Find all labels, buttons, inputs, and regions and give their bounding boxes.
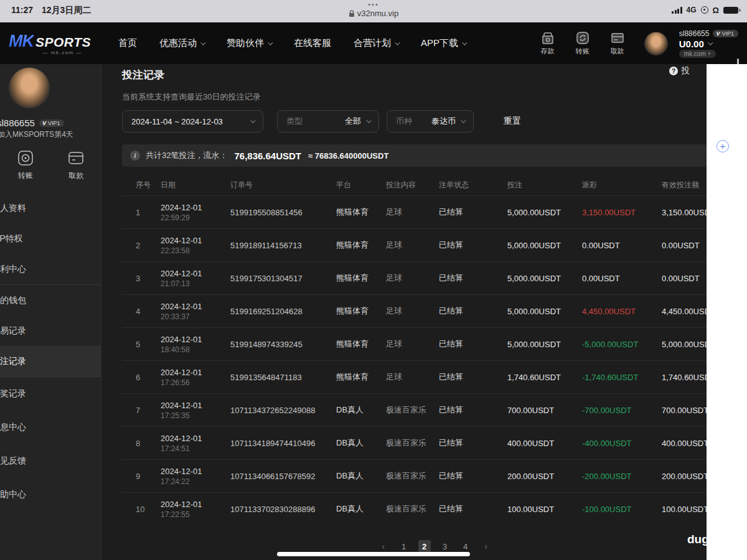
date-range-select[interactable]: 2024-11-04 ~ 2024-12-03	[122, 110, 263, 133]
nav-item-首页[interactable]: 首页	[118, 37, 137, 49]
sidebar-item-个人资料[interactable]: 个人资料	[0, 193, 101, 223]
cell-no: 4	[136, 307, 161, 316]
cell-platform: 熊猫体育	[336, 371, 386, 383]
balance-dropdown[interactable]: U0.00	[679, 39, 738, 49]
orientation-lock-icon	[701, 6, 708, 14]
sidebar-avatar[interactable]	[9, 67, 50, 108]
joined-days-text: 加入MKSPORTS第4天	[0, 129, 73, 140]
nav-item-合营计划[interactable]: 合营计划	[354, 37, 398, 49]
nav-item-赞助伙伴[interactable]: 赞助伙伴	[227, 37, 271, 49]
chevron-down-icon	[462, 40, 467, 45]
column-header: 投注内容	[386, 180, 439, 190]
username: sl886655	[679, 29, 710, 38]
mk-sports-logo[interactable]: MK SPORTS — mk.com —	[9, 32, 91, 55]
sidebar-item-label: 消息中心	[0, 422, 26, 433]
table-row[interactable]: 42024-12-0120:33:375199169251204628熊猫体育足…	[122, 294, 747, 327]
next-page-button[interactable]: ›	[480, 540, 492, 553]
add-floating-button[interactable]: +	[716, 140, 729, 152]
user-avatar[interactable]	[644, 32, 668, 55]
column-header: 日期	[161, 180, 230, 190]
cell-date: 2024-12-0117:24:51	[161, 434, 230, 453]
sidebar-item-投注记录[interactable]: 投注记录	[0, 346, 101, 376]
transfer-icon	[17, 149, 34, 167]
help-icon[interactable]: ?	[669, 67, 678, 75]
cell-platform: 熊猫体育	[336, 273, 386, 284]
chevron-down-icon	[200, 40, 205, 45]
sidebar-item-中奖记录[interactable]: 中奖记录	[0, 377, 101, 411]
sidebar-transfer-button[interactable]: 转账	[17, 149, 34, 181]
type-select[interactable]: 类型 全部	[277, 110, 379, 133]
sidebar-item-意见反馈[interactable]: 意见反馈	[0, 444, 101, 478]
cell-status: 已结算	[439, 470, 507, 482]
sidebar-item-VIP特权[interactable]: VIP特权	[0, 223, 101, 254]
currency-value: 泰达币	[431, 116, 456, 127]
sidebar-item-消息中心[interactable]: 消息中心	[0, 411, 101, 444]
sidebar-item-帮助中心[interactable]: 帮助中心	[0, 478, 101, 511]
table-row[interactable]: 82024-12-0117:24:511071134189474410496DB…	[122, 426, 747, 459]
sidebar-username: sl886655	[0, 118, 35, 128]
cell-bet-amount: 5,000.00USDT	[507, 241, 582, 250]
cell-bet-content: 极速百家乐	[386, 503, 439, 515]
cell-bet-amount: 5,000.00USDT	[507, 208, 582, 217]
page-button-4[interactable]: 4	[459, 540, 472, 553]
cell-bet-amount: 100.00USDT	[507, 505, 582, 514]
reset-button[interactable]: 重置	[504, 116, 521, 127]
site-pill[interactable]: mk.com	[679, 50, 716, 58]
sidebar-item-label: 个人资料	[0, 203, 26, 214]
headphones-icon: Ω	[713, 7, 719, 14]
sidebar-item-福利中心[interactable]: 福利中心	[0, 254, 101, 284]
withdraw-button[interactable]: 取款	[606, 31, 629, 56]
address-bar[interactable]: v32nmu.vip	[349, 9, 398, 18]
cell-no: 5	[136, 340, 161, 349]
table-row[interactable]: 92024-12-0117:24:221071134066157678592DB…	[122, 459, 747, 492]
cell-bet-amount: 5,000.00USDT	[507, 274, 582, 283]
table-header-row: 序号日期订单号平台投注内容注单状态投注派彩有效投注额	[122, 174, 747, 195]
cell-order-number: 1071134372652249088	[230, 406, 336, 415]
nav-item-优惠活动[interactable]: 优惠活动	[159, 37, 204, 49]
cell-no: 7	[136, 406, 161, 415]
sidebar-item-交易记录[interactable]: 交易记录	[0, 315, 101, 346]
cell-date-value: 2024-12-01	[161, 335, 230, 344]
table-row[interactable]: 32024-12-0121:07:135199175301304517熊猫体育足…	[122, 261, 747, 294]
cell-time-value: 22:23:58	[161, 246, 230, 255]
table-row[interactable]: 52024-12-0118:40:585199148974339245熊猫体育足…	[122, 327, 747, 360]
sidebar-item-label: VIP特权	[0, 233, 23, 245]
chevron-down-icon	[268, 40, 273, 45]
page-button-3[interactable]: 3	[439, 540, 451, 553]
ipad-status-bar: 11:27 12月3日周二 ••• v32nmu.vip 4G Ω	[0, 0, 747, 22]
nav-item-APP下载[interactable]: APP下载	[421, 37, 466, 49]
deposit-button[interactable]: 存款	[536, 31, 560, 56]
help-partial-text: 投	[681, 65, 690, 77]
nav-item-label: 合营计划	[354, 37, 391, 49]
page-button-2[interactable]: 2	[418, 540, 431, 553]
sidebar-item-我的钱包[interactable]: 我的钱包	[0, 285, 101, 315]
type-label: 类型	[286, 116, 303, 127]
table-row[interactable]: 62024-12-0117:26:565199135648471183熊猫体育足…	[122, 360, 747, 393]
cell-bet-content: 足球	[386, 371, 439, 383]
home-indicator[interactable]	[277, 552, 470, 556]
table-row[interactable]: 72024-12-0117:25:351071134372652249088DB…	[122, 393, 747, 426]
tab-overview-dots[interactable]: •••	[0, 1, 747, 7]
sidebar-menu-group: 我的钱包交易记录投注记录	[0, 285, 101, 376]
summary-bar: i 共计32笔投注，流水： 76,836.64USDT ≈ 76836.6400…	[122, 144, 707, 167]
column-header: 平台	[336, 180, 386, 190]
page-button-1[interactable]: 1	[398, 540, 410, 553]
cell-date: 2024-12-0117:26:56	[161, 368, 230, 387]
table-row[interactable]: 12024-12-0122:59:295199195508851456熊猫体育足…	[122, 195, 747, 228]
cell-payout: -400.00USDT	[582, 439, 662, 448]
sidebar-withdraw-button[interactable]: 取款	[67, 149, 85, 181]
transfer-button[interactable]: 转账	[571, 31, 594, 56]
cell-order-number: 1071134066157678592	[230, 472, 336, 481]
cell-date-value: 2024-12-01	[161, 302, 230, 311]
cell-order-number: 5199148974339245	[230, 340, 336, 349]
cell-bet-content: 极速百家乐	[386, 437, 439, 449]
prev-page-button[interactable]: ‹	[377, 540, 390, 553]
sidebar-item-label: 福利中心	[0, 264, 26, 275]
network-type: 4G	[687, 6, 697, 14]
cell-bet-content: 足球	[386, 273, 439, 284]
table-row[interactable]: 102024-12-0117:22:551071133702830288896D…	[122, 492, 747, 525]
cell-bet-amount: 200.00USDT	[507, 472, 582, 481]
table-row[interactable]: 22024-12-0122:23:585199189114156713熊猫体育足…	[122, 228, 747, 261]
nav-item-在线客服[interactable]: 在线客服	[294, 37, 331, 49]
currency-select[interactable]: 币种 泰达币	[387, 110, 474, 133]
